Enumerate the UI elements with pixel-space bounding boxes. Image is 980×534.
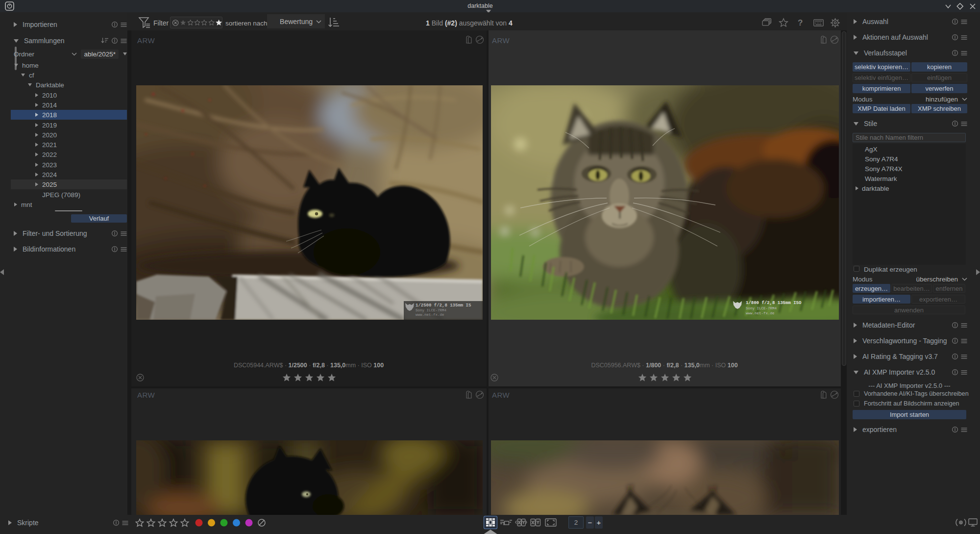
svg-text:1/2500 f/2,8 135mm IS: 1/2500 f/2,8 135mm IS xyxy=(416,303,471,308)
svg-text:www.net-fx.de: www.net-fx.de xyxy=(746,311,775,315)
svg-text:www.net-fx.de: www.net-fx.de xyxy=(416,313,444,317)
svg-text:Sony ILCE-7RM4: Sony ILCE-7RM4 xyxy=(746,306,777,310)
svg-text:Sony ILCE-7RM4: Sony ILCE-7RM4 xyxy=(416,308,447,312)
svg-text:1/800 f/2,8 135mm ISO: 1/800 f/2,8 135mm ISO xyxy=(746,301,802,305)
